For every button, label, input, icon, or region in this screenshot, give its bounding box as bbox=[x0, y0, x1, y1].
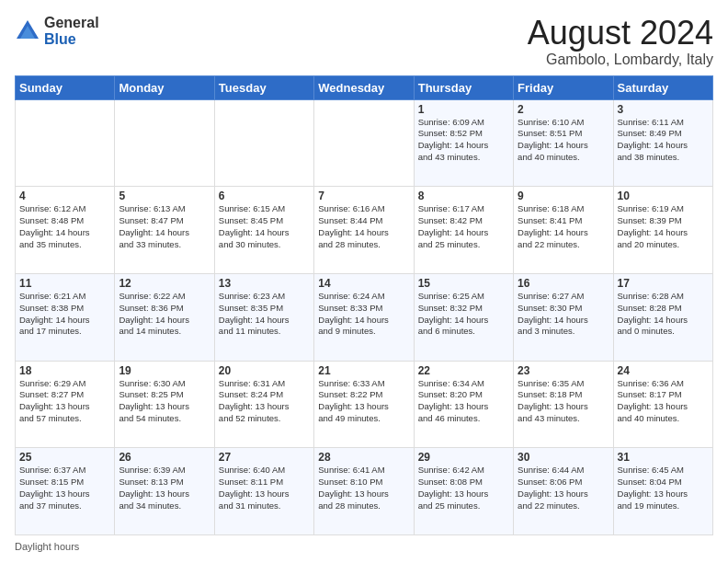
weekday-header: Wednesday bbox=[314, 75, 414, 99]
cell-content: Sunrise: 6:15 AM Sunset: 8:45 PM Dayligh… bbox=[219, 203, 310, 250]
cell-content: Sunrise: 6:33 AM Sunset: 8:22 PM Dayligh… bbox=[318, 378, 409, 425]
calendar-cell: 12Sunrise: 6:22 AM Sunset: 8:36 PM Dayli… bbox=[115, 273, 214, 361]
calendar-cell: 4Sunrise: 6:12 AM Sunset: 8:48 PM Daylig… bbox=[16, 187, 115, 274]
day-number: 3 bbox=[618, 103, 709, 116]
day-number: 30 bbox=[518, 451, 609, 464]
calendar-table: SundayMondayTuesdayWednesdayThursdayFrid… bbox=[15, 75, 713, 535]
day-number: 19 bbox=[119, 364, 210, 377]
cell-content: Sunrise: 6:42 AM Sunset: 8:08 PM Dayligh… bbox=[418, 465, 509, 511]
cell-content: Sunrise: 6:09 AM Sunset: 8:52 PM Dayligh… bbox=[418, 117, 509, 164]
calendar-cell: 10Sunrise: 6:19 AM Sunset: 8:39 PM Dayli… bbox=[613, 187, 712, 274]
cell-content: Sunrise: 6:23 AM Sunset: 8:35 PM Dayligh… bbox=[219, 291, 310, 338]
day-number: 15 bbox=[418, 277, 509, 290]
cell-content: Sunrise: 6:41 AM Sunset: 8:10 PM Dayligh… bbox=[318, 465, 409, 511]
cell-content: Sunrise: 6:27 AM Sunset: 8:30 PM Dayligh… bbox=[518, 291, 609, 338]
calendar-cell bbox=[115, 99, 214, 187]
calendar-week-row: 18Sunrise: 6:29 AM Sunset: 8:27 PM Dayli… bbox=[16, 361, 713, 448]
calendar-cell: 31Sunrise: 6:45 AM Sunset: 8:04 PM Dayli… bbox=[613, 448, 712, 535]
day-number: 8 bbox=[418, 190, 509, 202]
day-number: 29 bbox=[418, 451, 509, 464]
cell-content: Sunrise: 6:10 AM Sunset: 8:51 PM Dayligh… bbox=[518, 117, 609, 164]
weekday-header: Tuesday bbox=[214, 75, 313, 99]
calendar-cell: 16Sunrise: 6:27 AM Sunset: 8:30 PM Dayli… bbox=[514, 273, 613, 361]
calendar-cell: 25Sunrise: 6:37 AM Sunset: 8:15 PM Dayli… bbox=[16, 448, 115, 535]
day-number: 7 bbox=[318, 190, 409, 202]
calendar-cell: 19Sunrise: 6:30 AM Sunset: 8:25 PM Dayli… bbox=[115, 361, 214, 448]
cell-content: Sunrise: 6:31 AM Sunset: 8:24 PM Dayligh… bbox=[219, 378, 310, 425]
day-number: 5 bbox=[119, 190, 210, 202]
weekday-header: Saturday bbox=[613, 75, 712, 99]
footer: Daylight hours bbox=[15, 541, 713, 552]
day-number: 26 bbox=[119, 451, 210, 464]
calendar-week-row: 4Sunrise: 6:12 AM Sunset: 8:48 PM Daylig… bbox=[16, 187, 713, 274]
day-number: 16 bbox=[518, 277, 609, 290]
cell-content: Sunrise: 6:30 AM Sunset: 8:25 PM Dayligh… bbox=[119, 378, 210, 425]
calendar-cell: 23Sunrise: 6:35 AM Sunset: 8:18 PM Dayli… bbox=[514, 361, 613, 448]
calendar-cell: 24Sunrise: 6:36 AM Sunset: 8:17 PM Dayli… bbox=[613, 361, 712, 448]
calendar-cell: 26Sunrise: 6:39 AM Sunset: 8:13 PM Dayli… bbox=[115, 448, 214, 535]
cell-content: Sunrise: 6:40 AM Sunset: 8:11 PM Dayligh… bbox=[219, 465, 310, 511]
day-number: 24 bbox=[618, 364, 709, 377]
cell-content: Sunrise: 6:12 AM Sunset: 8:48 PM Dayligh… bbox=[19, 203, 110, 250]
day-number: 12 bbox=[119, 277, 210, 290]
day-number: 22 bbox=[418, 364, 509, 377]
calendar-cell: 20Sunrise: 6:31 AM Sunset: 8:24 PM Dayli… bbox=[214, 361, 313, 448]
day-number: 6 bbox=[219, 190, 310, 202]
weekday-header: Monday bbox=[115, 75, 214, 99]
day-number: 21 bbox=[318, 364, 409, 377]
day-number: 2 bbox=[518, 103, 609, 116]
calendar-cell: 8Sunrise: 6:17 AM Sunset: 8:42 PM Daylig… bbox=[414, 187, 513, 274]
calendar-cell: 6Sunrise: 6:15 AM Sunset: 8:45 PM Daylig… bbox=[214, 187, 313, 274]
day-number: 31 bbox=[618, 451, 709, 464]
day-number: 4 bbox=[19, 190, 110, 202]
weekday-header: Friday bbox=[514, 75, 613, 99]
day-number: 11 bbox=[19, 277, 110, 290]
calendar-cell: 1Sunrise: 6:09 AM Sunset: 8:52 PM Daylig… bbox=[414, 99, 513, 187]
day-number: 28 bbox=[318, 451, 409, 464]
calendar-cell: 11Sunrise: 6:21 AM Sunset: 8:38 PM Dayli… bbox=[16, 273, 115, 361]
cell-content: Sunrise: 6:25 AM Sunset: 8:32 PM Dayligh… bbox=[418, 291, 509, 338]
day-number: 25 bbox=[19, 451, 110, 464]
calendar-cell: 22Sunrise: 6:34 AM Sunset: 8:20 PM Dayli… bbox=[414, 361, 513, 448]
cell-content: Sunrise: 6:11 AM Sunset: 8:49 PM Dayligh… bbox=[618, 117, 709, 164]
calendar-cell: 27Sunrise: 6:40 AM Sunset: 8:11 PM Dayli… bbox=[214, 448, 313, 535]
day-number: 9 bbox=[518, 190, 609, 202]
logo-blue: Blue bbox=[44, 31, 99, 48]
calendar-cell: 3Sunrise: 6:11 AM Sunset: 8:49 PM Daylig… bbox=[613, 99, 712, 187]
calendar-cell: 13Sunrise: 6:23 AM Sunset: 8:35 PM Dayli… bbox=[214, 273, 313, 361]
cell-content: Sunrise: 6:39 AM Sunset: 8:13 PM Dayligh… bbox=[119, 465, 210, 511]
calendar-cell: 14Sunrise: 6:24 AM Sunset: 8:33 PM Dayli… bbox=[314, 273, 414, 361]
daylight-label: Daylight hours bbox=[15, 541, 79, 552]
cell-content: Sunrise: 6:22 AM Sunset: 8:36 PM Dayligh… bbox=[119, 291, 210, 338]
logo-text: General Blue bbox=[44, 15, 99, 47]
title-location: Gambolo, Lombardy, Italy bbox=[528, 52, 713, 68]
calendar-cell: 21Sunrise: 6:33 AM Sunset: 8:22 PM Dayli… bbox=[314, 361, 414, 448]
cell-content: Sunrise: 6:13 AM Sunset: 8:47 PM Dayligh… bbox=[119, 203, 210, 250]
day-number: 20 bbox=[219, 364, 310, 377]
calendar-header-row: SundayMondayTuesdayWednesdayThursdayFrid… bbox=[16, 75, 713, 99]
logo-general: General bbox=[44, 15, 99, 31]
calendar-cell: 7Sunrise: 6:16 AM Sunset: 8:44 PM Daylig… bbox=[314, 187, 414, 274]
title-month: August 2024 bbox=[528, 15, 713, 52]
calendar-cell: 5Sunrise: 6:13 AM Sunset: 8:47 PM Daylig… bbox=[115, 187, 214, 274]
calendar-cell: 30Sunrise: 6:44 AM Sunset: 8:06 PM Dayli… bbox=[514, 448, 613, 535]
calendar-cell: 18Sunrise: 6:29 AM Sunset: 8:27 PM Dayli… bbox=[16, 361, 115, 448]
calendar-cell bbox=[214, 99, 313, 187]
cell-content: Sunrise: 6:17 AM Sunset: 8:42 PM Dayligh… bbox=[418, 203, 509, 250]
cell-content: Sunrise: 6:35 AM Sunset: 8:18 PM Dayligh… bbox=[518, 378, 609, 425]
calendar-cell: 29Sunrise: 6:42 AM Sunset: 8:08 PM Dayli… bbox=[414, 448, 513, 535]
day-number: 10 bbox=[618, 190, 709, 202]
cell-content: Sunrise: 6:24 AM Sunset: 8:33 PM Dayligh… bbox=[318, 291, 409, 338]
logo-icon bbox=[15, 18, 40, 44]
cell-content: Sunrise: 6:45 AM Sunset: 8:04 PM Dayligh… bbox=[618, 465, 709, 511]
page: General Blue August 2024 Gambolo, Lombar… bbox=[0, 0, 728, 563]
day-number: 13 bbox=[219, 277, 310, 290]
calendar-week-row: 25Sunrise: 6:37 AM Sunset: 8:15 PM Dayli… bbox=[16, 448, 713, 535]
calendar-cell: 9Sunrise: 6:18 AM Sunset: 8:41 PM Daylig… bbox=[514, 187, 613, 274]
cell-content: Sunrise: 6:36 AM Sunset: 8:17 PM Dayligh… bbox=[618, 378, 709, 425]
title-block: August 2024 Gambolo, Lombardy, Italy bbox=[528, 15, 713, 68]
cell-content: Sunrise: 6:34 AM Sunset: 8:20 PM Dayligh… bbox=[418, 378, 509, 425]
day-number: 23 bbox=[518, 364, 609, 377]
calendar-cell: 2Sunrise: 6:10 AM Sunset: 8:51 PM Daylig… bbox=[514, 99, 613, 187]
cell-content: Sunrise: 6:29 AM Sunset: 8:27 PM Dayligh… bbox=[19, 378, 110, 425]
